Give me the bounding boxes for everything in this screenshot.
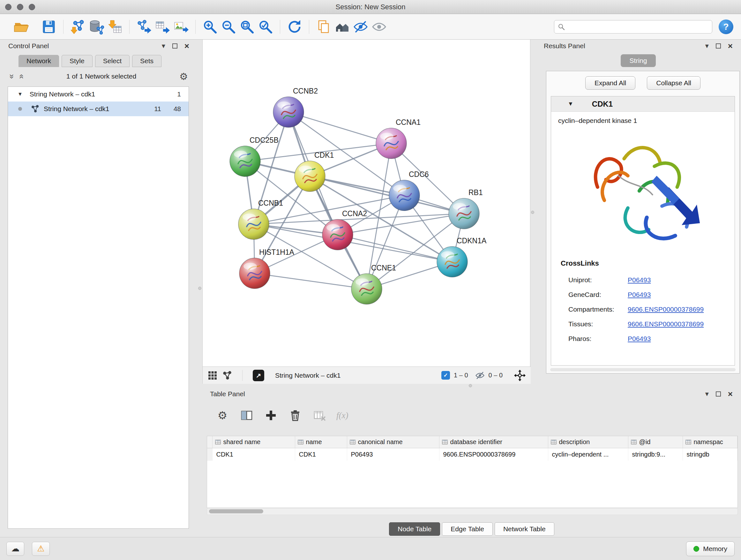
- tab-edge-table[interactable]: Edge Table: [442, 522, 493, 536]
- table-column-header[interactable]: database identifier: [439, 436, 548, 448]
- import-network-database-button[interactable]: [87, 17, 106, 36]
- network-edge[interactable]: [288, 112, 391, 143]
- close-window-button[interactable]: [5, 4, 11, 10]
- network-node-ccne1[interactable]: CCNE1: [351, 264, 396, 304]
- panel-menu-icon[interactable]: ▾: [705, 42, 709, 50]
- network-options-gear-icon[interactable]: ⚙: [179, 71, 188, 82]
- panel-close-icon[interactable]: ×: [728, 391, 733, 396]
- table-cell[interactable]: CDK1: [295, 448, 347, 461]
- memory-button[interactable]: Memory: [686, 542, 735, 556]
- table-horizontal-scrollbar[interactable]: [207, 508, 738, 515]
- table-options-gear-icon[interactable]: ⚙: [215, 408, 230, 423]
- tab-string[interactable]: String: [621, 54, 656, 67]
- open-session-button[interactable]: [12, 17, 30, 36]
- scrollbar-thumb[interactable]: [209, 509, 263, 513]
- network-canvas[interactable]: CCNB2CCNA1CDC25BCDK1CDC6RB1CCNB1CCNA2CDK…: [203, 40, 531, 367]
- network-node-cdc25b[interactable]: CDC25B: [230, 136, 279, 177]
- panel-float-icon[interactable]: [172, 44, 178, 49]
- export-image-button[interactable]: [172, 17, 190, 36]
- network-collection-row[interactable]: ▼ String Network – cdk1 1: [8, 87, 189, 102]
- bottom-splitter-grip[interactable]: [469, 384, 472, 387]
- collapse-all-button[interactable]: Collapse All: [647, 76, 700, 90]
- detach-view-button[interactable]: ↗: [253, 370, 264, 381]
- table-column-header[interactable]: namespac: [683, 436, 738, 448]
- apply-layout-button[interactable]: [285, 17, 304, 36]
- network-node-ccnb1[interactable]: CCNB1: [239, 199, 283, 240]
- tab-network-table[interactable]: Network Table: [495, 522, 554, 536]
- left-splitter-grip[interactable]: [198, 287, 201, 290]
- panel-float-icon[interactable]: [716, 44, 721, 49]
- right-splitter-grip[interactable]: [531, 211, 534, 214]
- show-graphics-button[interactable]: [370, 17, 388, 36]
- tab-sets[interactable]: Sets: [132, 55, 161, 67]
- cloud-services-button[interactable]: ☁: [6, 542, 24, 556]
- zoom-window-button[interactable]: [29, 4, 35, 10]
- tab-select[interactable]: Select: [95, 55, 130, 67]
- crosslink-link[interactable]: P06493: [628, 276, 651, 284]
- export-network-button[interactable]: [135, 17, 153, 36]
- table-column-header[interactable]: shared name: [212, 436, 295, 448]
- table-column-header[interactable]: canonical name: [347, 436, 439, 448]
- tab-style[interactable]: Style: [62, 55, 92, 67]
- delete-column-button[interactable]: [288, 408, 302, 423]
- network-node-rb1[interactable]: RB1: [449, 188, 483, 229]
- results-scrollbar[interactable]: [550, 368, 736, 371]
- table-cell[interactable]: stringdb:9...: [628, 448, 683, 461]
- network-row-selected[interactable]: String Network – cdk1 11 48: [8, 102, 189, 116]
- table-cell[interactable]: stringdb: [683, 448, 738, 461]
- search-input[interactable]: [568, 23, 709, 30]
- table-column-header[interactable]: name: [295, 436, 347, 448]
- pan-crosshair-button[interactable]: [514, 370, 526, 381]
- table-column-header[interactable]: description: [548, 436, 628, 448]
- copy-documents-button[interactable]: [314, 17, 333, 36]
- panel-close-icon[interactable]: ×: [728, 44, 733, 49]
- import-network-file-button[interactable]: [69, 17, 87, 36]
- save-session-button[interactable]: [40, 17, 58, 36]
- tab-node-table[interactable]: Node Table: [389, 522, 440, 536]
- table-cell[interactable]: CDK1: [212, 448, 295, 461]
- panel-close-icon[interactable]: ×: [185, 44, 189, 49]
- selected-checkbox-icon[interactable]: ✓: [441, 371, 450, 380]
- import-table-button[interactable]: [106, 17, 124, 36]
- minimize-window-button[interactable]: [17, 4, 23, 10]
- table-column-header[interactable]: @id: [628, 436, 683, 448]
- network-edge[interactable]: [255, 273, 367, 289]
- warnings-button[interactable]: ⚠: [32, 542, 50, 556]
- help-button[interactable]: ?: [719, 19, 733, 34]
- network-node-cdkn1a[interactable]: CDKN1A: [437, 237, 487, 277]
- collection-expand-icon[interactable]: ▼: [17, 91, 23, 97]
- crosslink-link[interactable]: P06493: [628, 291, 651, 299]
- zoom-in-button[interactable]: [201, 17, 219, 36]
- network-node-cdc6[interactable]: CDC6: [389, 170, 429, 211]
- cdk1-section-header[interactable]: ▼ CDK1: [551, 97, 735, 112]
- table-cell[interactable]: cyclin–dependent ...: [548, 448, 628, 461]
- birds-eye-view-button[interactable]: [208, 371, 217, 380]
- network-node-hist1h1a[interactable]: HIST1H1A: [239, 248, 294, 289]
- network-edge[interactable]: [310, 176, 464, 213]
- tab-network[interactable]: Network: [18, 55, 59, 67]
- create-column-button[interactable]: [264, 408, 278, 423]
- collapse-all-icon[interactable]: »: [7, 74, 17, 78]
- home-browser-button[interactable]: [333, 17, 351, 36]
- expand-all-icon[interactable]: »: [16, 74, 26, 78]
- table-cell[interactable]: 9606.ENSP00000378699: [439, 448, 548, 461]
- export-table-button[interactable]: [153, 17, 172, 36]
- crosslink-link[interactable]: 9606.ENSP00000378699: [628, 320, 704, 328]
- crosslink-link[interactable]: P06493: [628, 335, 651, 343]
- zoom-out-button[interactable]: [219, 17, 238, 36]
- network-node-cdk1[interactable]: CDK1: [294, 151, 334, 192]
- zoom-selected-button[interactable]: [256, 17, 275, 36]
- network-node-ccna1[interactable]: CCNA1: [376, 118, 421, 159]
- network-node-ccnb2[interactable]: CCNB2: [273, 87, 318, 127]
- table-row[interactable]: CDK1CDK1P064939606.ENSP00000378699cyclin…: [207, 448, 738, 461]
- network-share-button[interactable]: [222, 371, 232, 380]
- zoom-fit-button[interactable]: [238, 17, 256, 36]
- show-columns-button[interactable]: [239, 408, 254, 423]
- panel-menu-icon[interactable]: ▾: [705, 390, 709, 398]
- section-collapse-icon[interactable]: ▼: [568, 101, 574, 107]
- panel-float-icon[interactable]: [716, 391, 721, 396]
- expand-all-button[interactable]: Expand All: [585, 76, 635, 90]
- hide-graphics-button[interactable]: [351, 17, 370, 36]
- crosslink-link[interactable]: 9606.ENSP00000378699: [628, 306, 704, 313]
- table-cell[interactable]: P06493: [347, 448, 439, 461]
